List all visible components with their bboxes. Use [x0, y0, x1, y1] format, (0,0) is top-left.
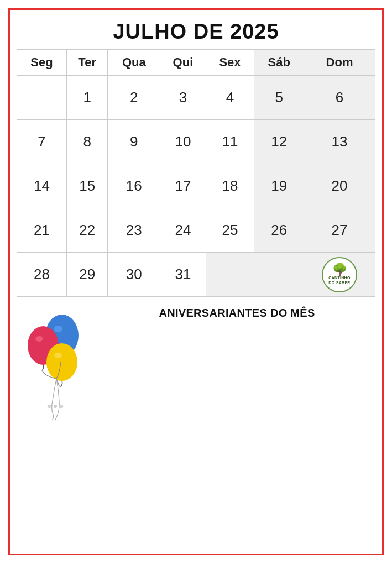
day-20: 20 [304, 164, 375, 208]
svg-point-6 [54, 405, 57, 408]
day-11: 11 [206, 120, 254, 164]
birthday-title: ANIVERSARIANTES DO MÊS [98, 307, 375, 319]
svg-point-1 [54, 326, 62, 332]
col-sab: Sáb [254, 50, 304, 76]
col-qua: Qua [108, 50, 160, 76]
day-30: 30 [108, 253, 160, 297]
page-title: JULHO DE 2025 [17, 15, 375, 49]
col-dom: Dom [304, 50, 375, 76]
day-25: 25 [206, 208, 254, 253]
day-8: 8 [66, 120, 108, 164]
day-1: 1 [66, 76, 108, 120]
day-27: 27 [304, 208, 375, 253]
birthday-line-5 [98, 396, 375, 396]
day-9: 9 [108, 120, 160, 164]
balloons-illustration [22, 312, 88, 423]
day-26: 26 [254, 208, 304, 253]
birthday-line-4 [98, 380, 375, 380]
day-21: 21 [17, 208, 67, 253]
day-29: 29 [66, 253, 108, 297]
tree-icon: 🌳 [332, 264, 347, 276]
calendar-row-4: 21 22 23 24 25 26 27 [17, 208, 375, 253]
day-24: 24 [160, 208, 206, 253]
col-seg: Seg [17, 50, 67, 76]
calendar-row-3: 14 15 16 17 18 19 20 [17, 164, 375, 208]
svg-point-5 [54, 353, 62, 358]
day-4: 4 [206, 76, 254, 120]
svg-point-4 [46, 343, 77, 381]
day-6: 6 [304, 76, 375, 120]
day-13: 13 [304, 120, 375, 164]
day-12: 12 [254, 120, 304, 164]
bottom-section: ANIVERSARIANTES DO MÊS [17, 307, 375, 423]
logo-text: CANTINHODO SABER [328, 276, 350, 285]
birthday-line-3 [98, 364, 375, 364]
calendar-row-1: 1 2 3 4 5 6 [17, 76, 375, 120]
calendar-row-5: 28 29 30 31 🌳 CANTINHODO SABER [17, 253, 375, 297]
day-logo: 🌳 CANTINHODO SABER [304, 253, 375, 297]
day-empty-1 [17, 76, 67, 120]
page: JULHO DE 2025 Seg Ter Qua Qui Sex Sáb Do… [8, 8, 384, 555]
day-28: 28 [17, 253, 67, 297]
day-22: 22 [66, 208, 108, 253]
birthday-area: ANIVERSARIANTES DO MÊS [94, 307, 375, 396]
day-3: 3 [160, 76, 206, 120]
day-31: 31 [160, 253, 206, 297]
birthday-lines [98, 332, 375, 396]
day-7: 7 [17, 120, 67, 164]
calendar-table: Seg Ter Qua Qui Sex Sáb Dom 1 2 3 4 5 6 … [17, 49, 375, 297]
day-14: 14 [17, 164, 67, 208]
birthday-line-2 [98, 348, 375, 348]
col-sex: Sex [206, 50, 254, 76]
calendar-header-row: Seg Ter Qua Qui Sex Sáb Dom [17, 50, 375, 76]
day-empty-2 [206, 253, 254, 297]
day-5: 5 [254, 76, 304, 120]
day-17: 17 [160, 164, 206, 208]
birthday-line-1 [98, 332, 375, 332]
col-ter: Ter [66, 50, 108, 76]
svg-point-3 [35, 336, 43, 342]
col-qui: Qui [160, 50, 206, 76]
day-18: 18 [206, 164, 254, 208]
day-16: 16 [108, 164, 160, 208]
day-empty-3 [254, 253, 304, 297]
calendar-row-2: 7 8 9 10 11 12 13 [17, 120, 375, 164]
day-2: 2 [108, 76, 160, 120]
logo-circle: 🌳 CANTINHODO SABER [322, 257, 357, 292]
balloons-area [17, 307, 94, 423]
day-19: 19 [254, 164, 304, 208]
day-23: 23 [108, 208, 160, 253]
day-10: 10 [160, 120, 206, 164]
day-15: 15 [66, 164, 108, 208]
